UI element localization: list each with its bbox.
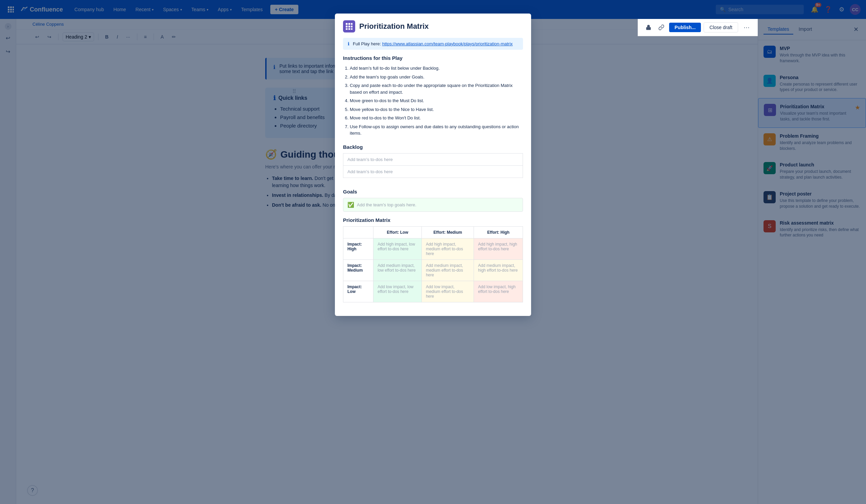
backlog-cell[interactable]: Add team's to-dos here bbox=[343, 153, 523, 165]
instruction-item: Use Follow-ups to assign owners and due … bbox=[350, 123, 523, 137]
modal-info-text: Full Play here: https://www.atlassian.co… bbox=[353, 41, 513, 46]
backlog-cell[interactable]: Add team's to-dos here bbox=[343, 165, 523, 178]
goals-placeholder: Add the team's top goals here. bbox=[357, 202, 417, 208]
matrix-impact-label: Impact: Medium bbox=[343, 259, 374, 281]
matrix-row: Impact: MediumAdd medium impact, low eff… bbox=[343, 259, 523, 281]
modal-overlay: Publish... Close draft ⋯ Prioritization … bbox=[0, 0, 866, 504]
modal-info-banner: ℹ Full Play here: https://www.atlassian.… bbox=[343, 38, 523, 50]
matrix-cell[interactable]: Add low impact, low effort to-dos here bbox=[374, 281, 422, 302]
matrix-cell[interactable]: Add low impact, medium effort to-dos her… bbox=[422, 281, 474, 302]
instruction-item: Move red to-dos to the Won't Do list. bbox=[350, 115, 523, 121]
backlog-row[interactable]: Add team's to-dos here bbox=[343, 153, 523, 165]
svg-rect-15 bbox=[351, 26, 353, 28]
modal-info-icon: ℹ bbox=[348, 41, 349, 46]
matrix-cell[interactable]: Add medium impact, high effort to-dos he… bbox=[474, 259, 523, 281]
instructions-list: Add team's full to-do list below under B… bbox=[343, 65, 523, 137]
instruction-item: Add team's full to-do list below under B… bbox=[350, 65, 523, 72]
matrix-row: Impact: LowAdd low impact, low effort to… bbox=[343, 281, 523, 302]
backlog-row[interactable]: Add team's to-dos here bbox=[343, 165, 523, 178]
matrix-cell[interactable]: Add high impact, low effort to-dos here bbox=[374, 238, 422, 259]
matrix-label: Prioritization Matrix bbox=[343, 217, 523, 223]
backlog-table: Add team's to-dos hereAdd team's to-dos … bbox=[343, 153, 523, 178]
svg-rect-11 bbox=[348, 23, 351, 25]
modal-info-link[interactable]: https://www.atlassian.com/team-playbook/… bbox=[382, 41, 513, 46]
matrix-row: Impact: HighAdd high impact, low effort … bbox=[343, 238, 523, 259]
matrix-cell[interactable]: Add high impact, high effort to-dos here bbox=[474, 238, 523, 259]
modal-header: Prioritization Matrix bbox=[335, 13, 531, 33]
instruction-item: Copy and paste each to-do under the appr… bbox=[350, 82, 523, 96]
goals-field[interactable]: ✅ Add the team's top goals here. bbox=[343, 198, 523, 212]
instruction-item: Move yellow to-dos to the Nice to Have l… bbox=[350, 106, 523, 113]
backlog-label: Backlog bbox=[343, 144, 523, 150]
matrix-cell[interactable]: Add low impact, high effort to-dos here bbox=[474, 281, 523, 302]
matrix-cell[interactable]: Add medium impact, medium effort to-dos … bbox=[422, 259, 474, 281]
modal-instructions-section: Instructions for this Play Add team's fu… bbox=[335, 55, 531, 144]
matrix-impact-label: Impact: High bbox=[343, 238, 374, 259]
matrix-cell[interactable]: Add high impact, medium effort to-dos he… bbox=[422, 238, 474, 259]
svg-rect-9 bbox=[646, 27, 651, 30]
restrict-access-button[interactable] bbox=[643, 22, 654, 33]
goals-label: Goals bbox=[343, 189, 523, 194]
more-options-button[interactable]: ⋯ bbox=[741, 22, 752, 33]
svg-rect-18 bbox=[351, 29, 353, 30]
svg-rect-14 bbox=[348, 26, 351, 28]
svg-rect-17 bbox=[348, 29, 351, 30]
modal-goals-section: Goals ✅ Add the team's top goals here. bbox=[335, 189, 531, 217]
modal-backlog-section: Backlog Add team's to-dos hereAdd team's… bbox=[335, 144, 531, 189]
matrix-effort-header: Effort: High bbox=[474, 226, 523, 238]
modal-matrix-section: Prioritization Matrix Effort: LowEffort:… bbox=[335, 217, 531, 308]
matrix-effort-header: Effort: Medium bbox=[422, 226, 474, 238]
check-circle-icon: ✅ bbox=[347, 202, 354, 208]
matrix-table: Effort: LowEffort: MediumEffort: HighImp… bbox=[343, 226, 523, 302]
publish-button[interactable]: Publish... bbox=[669, 23, 701, 32]
svg-rect-12 bbox=[351, 23, 353, 25]
matrix-table-container: Effort: LowEffort: MediumEffort: HighImp… bbox=[343, 226, 523, 302]
svg-rect-13 bbox=[346, 26, 348, 28]
matrix-effort-header: Effort: Low bbox=[374, 226, 422, 238]
close-draft-button[interactable]: Close draft bbox=[704, 22, 738, 33]
matrix-effort-header bbox=[343, 226, 374, 238]
instruction-item: Move green to-dos to the Must Do list. bbox=[350, 98, 523, 104]
prioritization-matrix-modal: Prioritization Matrix ℹ Full Play here: … bbox=[335, 13, 531, 316]
instruction-item: Add the team's top goals under Goals. bbox=[350, 74, 523, 80]
modal-header-icon bbox=[343, 20, 355, 33]
matrix-cell[interactable]: Add medium impact, low effort to-dos her… bbox=[374, 259, 422, 281]
matrix-impact-label: Impact: Low bbox=[343, 281, 374, 302]
svg-rect-10 bbox=[346, 23, 348, 25]
modal-title: Prioritization Matrix bbox=[359, 22, 429, 31]
copy-link-button[interactable] bbox=[656, 22, 666, 33]
instructions-title: Instructions for this Play bbox=[343, 55, 523, 61]
svg-rect-16 bbox=[346, 29, 348, 30]
